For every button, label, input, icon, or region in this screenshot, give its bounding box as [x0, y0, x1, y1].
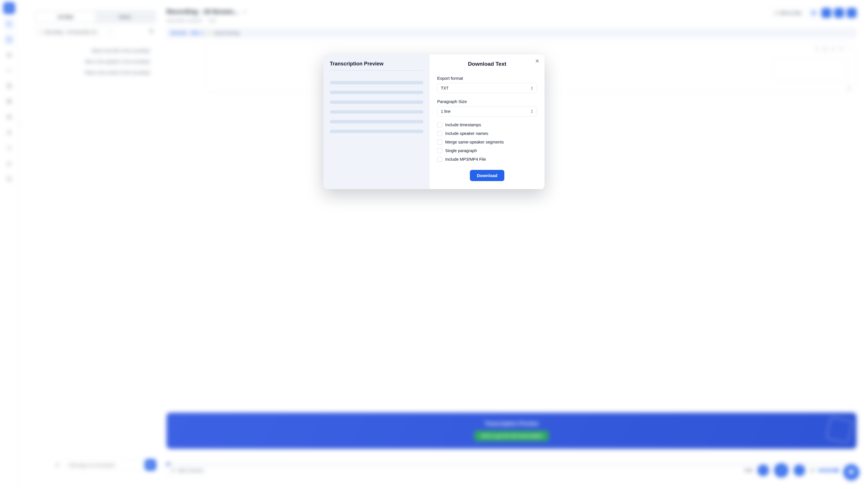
checkbox-row[interactable]: Include speaker names [437, 131, 537, 136]
download-button[interactable]: Download [470, 170, 504, 181]
checkbox-row[interactable]: Include MP3/MP4 File [437, 157, 537, 162]
download-text-modal: Transcription Preview ✕ Download Text Ex… [323, 55, 545, 189]
checkbox-label: Include timestamps [445, 123, 481, 127]
export-format-value: TXT [441, 86, 448, 90]
checkbox-label: Include MP3/MP4 File [445, 157, 486, 162]
transcription-preview-pane: Transcription Preview [323, 55, 430, 189]
checkbox-row[interactable]: Include timestamps [437, 122, 537, 127]
checkbox-label: Single paragraph [445, 149, 477, 153]
skeleton-line [330, 81, 423, 85]
checkbox-label: Merge same-speaker segments [445, 140, 504, 144]
include-speaker-names-checkbox[interactable] [437, 131, 442, 136]
checkbox-label: Include speaker names [445, 131, 488, 136]
merge-speaker-segments-checkbox[interactable] [437, 139, 442, 144]
skeleton-line [330, 100, 423, 104]
include-media-file-checkbox[interactable] [437, 157, 442, 162]
close-icon[interactable]: ✕ [535, 59, 539, 64]
skeleton-line [330, 120, 423, 123]
download-options-pane: ✕ Download Text Export format TXT ▲▼ Par… [430, 55, 545, 189]
paragraph-size-select[interactable]: 1 line ▲▼ [437, 106, 537, 117]
modal-title: Download Text [437, 61, 537, 67]
export-format-label: Export format [437, 76, 537, 80]
include-timestamps-checkbox[interactable] [437, 122, 442, 127]
checkbox-row[interactable]: Single paragraph [437, 148, 537, 153]
select-arrows-icon: ▲▼ [530, 86, 533, 90]
skeleton-line [330, 91, 423, 94]
preview-pane-title: Transcription Preview [330, 61, 423, 71]
export-format-select[interactable]: TXT ▲▼ [437, 83, 537, 93]
paragraph-size-value: 1 line [441, 109, 451, 113]
skeleton-line [330, 130, 423, 133]
select-arrows-icon: ▲▼ [530, 109, 533, 113]
modal-overlay: Transcription Preview ✕ Download Text Ex… [0, 0, 868, 489]
paragraph-size-label: Paragraph Size [437, 99, 537, 104]
skeleton-line [330, 110, 423, 113]
single-paragraph-checkbox[interactable] [437, 148, 442, 153]
checkbox-row[interactable]: Merge same-speaker segments [437, 139, 537, 144]
